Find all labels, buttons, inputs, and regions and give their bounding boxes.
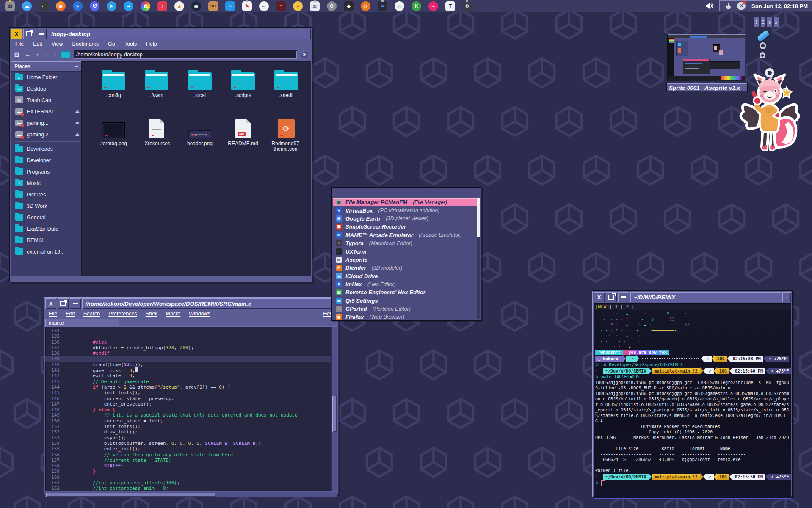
taskbar-app-icon[interactable]: DB (208, 1, 218, 11)
aseprite-icon-title[interactable]: Sprite-0001 - Aseprite v1.x (666, 83, 748, 92)
menu-scrollbar-thumb[interactable] (477, 198, 480, 237)
taskbar-app-icon[interactable]: ✎ (242, 1, 252, 11)
maximize-button[interactable] (23, 29, 34, 39)
place-item[interactable]: ▫ Pictures (11, 189, 81, 200)
vscroll-thumb[interactable] (332, 396, 337, 432)
menu-item[interactable]: T Typora (Markdown Editor) (333, 239, 480, 247)
fm-menu-item[interactable]: Tools (124, 41, 137, 47)
new-tab-button[interactable]: ⊞ (14, 51, 20, 58)
code-area[interactable]: 134 #else 135 dblbuffer = create_bitmap(… (45, 327, 331, 491)
menu-item[interactable]: ▯▯ Aseprite (333, 256, 480, 264)
place-item[interactable]: ExaStar-Data (11, 223, 81, 235)
hscroll-thumb[interactable] (46, 493, 215, 497)
place-item[interactable]: ▬ gaming 2 ⏏ (11, 129, 81, 140)
minimize-button[interactable] (36, 29, 47, 39)
taskbar-app-icon[interactable]: ›_ (39, 1, 49, 11)
file-item[interactable]: .local (180, 68, 220, 112)
taskbar-app-icon[interactable]: ≈ (378, 1, 387, 11)
menu-item[interactable]: ◔ GParted (Partition Editor) (333, 305, 480, 313)
place-item[interactable]: 3D Work (11, 200, 81, 212)
volume-icon[interactable] (705, 3, 713, 9)
taskbar-app-icon[interactable]: ∞ (428, 1, 438, 11)
maximize-button[interactable] (606, 292, 617, 302)
taskbar-app-icon[interactable]: ♪ (157, 1, 167, 11)
place-item[interactable]: ⌂ Home Folder (11, 72, 81, 83)
file-item[interactable]: .fvwm (136, 68, 177, 112)
taskbar-app-icon[interactable]: ∞ (259, 1, 269, 11)
minimize-button[interactable] (70, 298, 81, 309)
editor-menu-item[interactable]: Shell (146, 311, 157, 317)
new-tab-button[interactable]: [NEW] (595, 304, 609, 309)
menu-item[interactable]: ⌗ ImHex (Hex Editor) (333, 280, 480, 288)
terminal-titlebar[interactable]: X ~/D/W/D/REMIX ▫ (594, 292, 791, 302)
menu-item[interactable]: ▭ Qt5 Settings (333, 297, 480, 305)
close-button[interactable]: X (11, 29, 22, 39)
taskbar-app-icon[interactable]: ✿ (141, 1, 150, 11)
menu-item[interactable]: ◎ Blender (3D modeler) (333, 264, 480, 272)
taskbar-app-icon[interactable]: ➤ (107, 1, 116, 11)
taskbar-app-icon[interactable]: ≡ (276, 1, 286, 11)
taskbar-app-icon[interactable]: ⚙ (462, 1, 472, 11)
terminal-tabs[interactable]: | 1 | 2 | (609, 304, 635, 309)
fm-menu-item[interactable]: File (15, 41, 24, 47)
menu-item[interactable]: ◉ Firefox (Web Browser) (333, 313, 480, 321)
fm-menu-item[interactable]: Edit (33, 41, 42, 47)
taskbar-app-icon[interactable]: ◎ (361, 1, 370, 11)
address-bar[interactable] (74, 50, 297, 59)
aseprite-icon-window[interactable] (667, 34, 746, 82)
file-item[interactable]: MD README.md (223, 116, 263, 160)
reload-button[interactable]: ⟳ (301, 51, 308, 58)
menu-item[interactable]: M MAME™ Arcade Emulator (Arcade Emulator… (333, 231, 480, 239)
taskbar-app-icon[interactable]: ‹› (225, 1, 235, 11)
places-header[interactable]: Places ‒ (11, 61, 81, 72)
taskbar-app-icon[interactable]: ➦ (124, 1, 133, 11)
place-item[interactable]: REMIX (11, 235, 81, 246)
editor-menu-item[interactable]: File (49, 311, 57, 317)
close-button[interactable]: X (45, 298, 56, 309)
close-button[interactable]: X (594, 292, 605, 302)
menu-scrollbar[interactable] (477, 198, 480, 319)
taskbar-app-icon[interactable]: ● (293, 1, 303, 11)
terminal-tabbar[interactable]: [NEW] | 1 | 2 | (594, 303, 791, 310)
taskbar-app-icon[interactable]: ▲ (174, 1, 184, 11)
taskbar-app-icon[interactable]: ◆ (344, 1, 354, 11)
place-item[interactable]: General (11, 212, 81, 223)
menu-item[interactable]: ▤ File Manager PCManFM (File Manager) (333, 198, 480, 206)
file-item[interactable]: .Xresources (136, 116, 177, 160)
up-button[interactable]: ↑ (53, 51, 58, 58)
file-item[interactable]: .config (93, 68, 134, 112)
editor-menu-item[interactable]: Preferences (108, 311, 137, 317)
terminal-screen[interactable]: · ✦ · * · · · ✦ · * · ⟡ 33 * · ✧ · · ✦ ·… (594, 310, 791, 499)
place-item[interactable]: ▬ EXTERNAL ⏏ (11, 106, 81, 117)
editor-menu-item[interactable]: Macro (166, 311, 181, 317)
place-item[interactable]: ▬ gaming... ⏏ (11, 117, 81, 129)
menu-item[interactable]: ◍ Google Earth (3D planet viewer) (333, 215, 480, 223)
menu-tearoff[interactable] (334, 188, 479, 198)
menu-item[interactable]: ›_ UXTerm (333, 247, 480, 255)
fm-menu-item[interactable]: Help (146, 41, 157, 47)
editor-menu-item[interactable]: Edit (66, 311, 75, 317)
back-button[interactable]: ← (24, 51, 32, 58)
taskbar-app-icon[interactable]: K (412, 1, 421, 11)
taskbar-app-icon[interactable]: ▤ (5, 1, 15, 11)
taskbar-app-icon[interactable]: ➢ (73, 1, 83, 11)
taskbar-app-icon[interactable]: ʘ (327, 1, 337, 11)
eject-icon[interactable]: ⏏ (75, 109, 80, 114)
place-item[interactable]: ▭ Desktop (11, 83, 81, 94)
horizontal-scrollbar[interactable] (45, 492, 337, 497)
fm-menu-item[interactable]: Bookmarks (72, 41, 99, 47)
file-item[interactable]: ⟳ Redmond97-theme.conf (266, 116, 307, 160)
file-item[interactable]: .xnedit (266, 68, 307, 112)
place-item[interactable]: ▥ Trash Can (11, 94, 81, 106)
place-item[interactable]: ♪ Music (11, 177, 81, 189)
editor-menu-item[interactable]: Windows (189, 311, 210, 317)
minimize-button[interactable] (618, 292, 629, 302)
place-item[interactable]: external on 19... (11, 246, 81, 257)
taskbar-app-icon[interactable]: ☁ (22, 1, 32, 11)
place-item[interactable]: Developer (11, 155, 81, 166)
eject-icon[interactable]: ⏏ (75, 132, 80, 137)
file-item[interactable]: .termbg.png (93, 116, 134, 160)
maximize-button[interactable] (58, 298, 69, 309)
editor-menu-item[interactable]: Search (83, 311, 100, 317)
taskbar-app-icon[interactable]: ◉ (56, 1, 66, 11)
